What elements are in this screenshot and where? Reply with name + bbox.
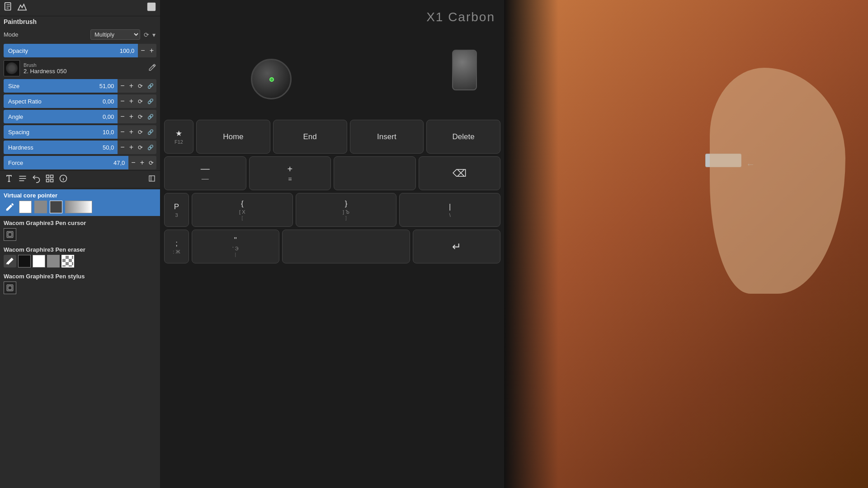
opacity-plus-btn[interactable]: + (148, 46, 156, 55)
panel-title: Paintbrush (0, 16, 160, 28)
force-reset-btn[interactable]: ⟳ (147, 159, 156, 167)
key-end[interactable]: End (273, 120, 347, 154)
brush-edit-btn[interactable] (148, 63, 156, 73)
hardness-label-btn[interactable]: Hardness (4, 141, 49, 154)
key-blank1[interactable] (334, 156, 416, 190)
keyboard-area: X1 Carbon ★ F12 Home End Insert Delet (160, 0, 504, 488)
kb-row-3: P 3 { [ X [ } ] Ъ ] | \ (160, 193, 504, 227)
color-swatch-dark[interactable] (50, 201, 62, 213)
brush-preview (4, 60, 20, 76)
key-plus-equals[interactable]: + ≡ (249, 156, 331, 190)
info-tool-btn[interactable] (58, 173, 69, 186)
mode-select[interactable]: Multiply Normal Screen Overlay (90, 29, 140, 40)
spacing-reset-btn[interactable]: ⟳ (136, 128, 145, 136)
pen-stylus-icon[interactable] (4, 282, 16, 294)
vcp-tools (4, 201, 156, 213)
size-pin-btn[interactable]: 🔗 (146, 83, 156, 89)
aspect-ratio-label-btn[interactable]: Aspect Ratio (4, 94, 49, 108)
photo-area: ← (504, 0, 868, 488)
hardness-pin-btn[interactable]: 🔗 (146, 144, 156, 151)
key-blank2[interactable] (282, 230, 410, 263)
force-row: Force 47,0 − + ⟳ (4, 156, 156, 169)
history-tool-btn[interactable] (31, 173, 42, 186)
mode-label: Mode (4, 31, 88, 38)
angle-minus-btn[interactable]: − (118, 112, 126, 121)
pen-tool-icon[interactable] (4, 201, 16, 213)
size-plus-btn[interactable]: + (127, 81, 135, 90)
key-f12-star[interactable]: ★ F12 (164, 120, 193, 154)
eraser-swatch-gray[interactable] (47, 255, 60, 267)
key-p[interactable]: P 3 (164, 193, 189, 227)
mode-dropdown-btn[interactable]: ▾ (151, 30, 156, 39)
key-backspace[interactable]: ⌫ (419, 156, 501, 190)
hardness-plus-btn[interactable]: + (127, 143, 135, 152)
spacing-value: 10,0 (49, 125, 118, 139)
angle-row: Angle 0,00 − + ⟳ 🔗 (4, 110, 156, 123)
panel-collapse-btn[interactable] (147, 174, 156, 185)
aspect-ratio-reset-btn[interactable]: ⟳ (136, 98, 145, 105)
eraser-swatch-black[interactable] (18, 255, 31, 267)
spacing-label-btn[interactable]: Spacing (4, 125, 49, 139)
key-home[interactable]: Home (196, 120, 270, 154)
eraser-tool-icon[interactable] (4, 255, 16, 267)
top-toolbar (0, 0, 160, 16)
brush-name: 2. Hardness 050 (24, 68, 145, 75)
spacing-pin-btn[interactable]: 🔗 (146, 129, 156, 136)
scroll-knob[interactable] (452, 50, 477, 90)
hardness-value: 50,0 (49, 141, 118, 154)
mountain-icon[interactable] (17, 2, 27, 14)
angle-pin-btn[interactable]: 🔗 (146, 113, 156, 120)
key-enter[interactable]: ↵ (413, 230, 500, 263)
aspect-ratio-minus-btn[interactable]: − (118, 97, 126, 106)
brush-section: Brush 2. Hardness 050 (4, 60, 156, 76)
eraser-swatch-checkered[interactable] (61, 255, 74, 267)
vcp-section: Virtual core pointer (0, 189, 160, 216)
aspect-ratio-row: Aspect Ratio 0,00 − + ⟳ 🔗 (4, 94, 156, 108)
key-minus[interactable]: — — (164, 156, 246, 190)
key-delete[interactable]: Delete (426, 120, 500, 154)
align-tool-btn[interactable] (17, 173, 28, 186)
dial-knob[interactable] (251, 59, 292, 99)
svg-rect-7 (47, 179, 49, 182)
size-reset-btn[interactable]: ⟳ (136, 82, 145, 90)
gradient-swatch[interactable] (65, 201, 92, 213)
size-minus-btn[interactable]: − (118, 81, 126, 90)
spacing-minus-btn[interactable]: − (118, 127, 126, 136)
pen-stylus-title: Wacom Graphire3 Pen stylus (4, 273, 156, 280)
angle-plus-btn[interactable]: + (127, 112, 135, 121)
hardness-reset-btn[interactable]: ⟳ (136, 144, 145, 151)
eraser-swatch-white[interactable] (33, 255, 45, 267)
opacity-minus-btn[interactable]: − (139, 46, 146, 55)
color-swatch-white[interactable] (19, 201, 32, 213)
key-insert[interactable]: Insert (350, 120, 424, 154)
size-label-btn[interactable]: Size (4, 79, 49, 93)
pen-eraser-title: Wacom Graphire3 Pen eraser (4, 246, 156, 253)
angle-reset-btn[interactable]: ⟳ (136, 113, 145, 121)
size-row: Size 51,00 − + ⟳ 🔗 (4, 79, 156, 93)
pen-cursor-icon[interactable] (4, 228, 16, 241)
force-minus-btn[interactable]: − (129, 158, 137, 167)
opacity-label-btn[interactable]: Opacity (4, 44, 49, 57)
text-tool-btn[interactable] (4, 173, 14, 186)
spacing-plus-btn[interactable]: + (127, 127, 135, 136)
key-open-brace[interactable]: { [ X [ (192, 193, 293, 227)
pen-cursor-title: Wacom Graphire3 Pen cursor (4, 220, 156, 226)
grid-tool-btn[interactable] (44, 173, 55, 186)
brush-preview-inner (6, 62, 18, 74)
hardness-minus-btn[interactable]: − (118, 143, 126, 152)
force-label-btn[interactable]: Force (4, 156, 49, 169)
key-close-brace[interactable]: } ] Ъ ] (296, 193, 397, 227)
key-quote[interactable]: " ' Э | (192, 230, 279, 263)
angle-label-btn[interactable]: Angle (4, 110, 49, 123)
force-plus-btn[interactable]: + (138, 158, 146, 167)
mode-reset-btn[interactable]: ⟳ (143, 30, 150, 39)
svg-rect-6 (51, 175, 53, 178)
brand-text: X1 Carbon (426, 10, 495, 24)
key-semicolon[interactable]: ; : Ж (164, 230, 189, 263)
aspect-ratio-pin-btn[interactable]: 🔗 (146, 98, 156, 105)
expand-icon[interactable] (146, 2, 156, 14)
aspect-ratio-plus-btn[interactable]: + (127, 97, 135, 106)
key-pipe[interactable]: | \ (399, 193, 500, 227)
document-icon[interactable] (4, 2, 14, 14)
color-swatch-gray[interactable] (34, 201, 47, 213)
